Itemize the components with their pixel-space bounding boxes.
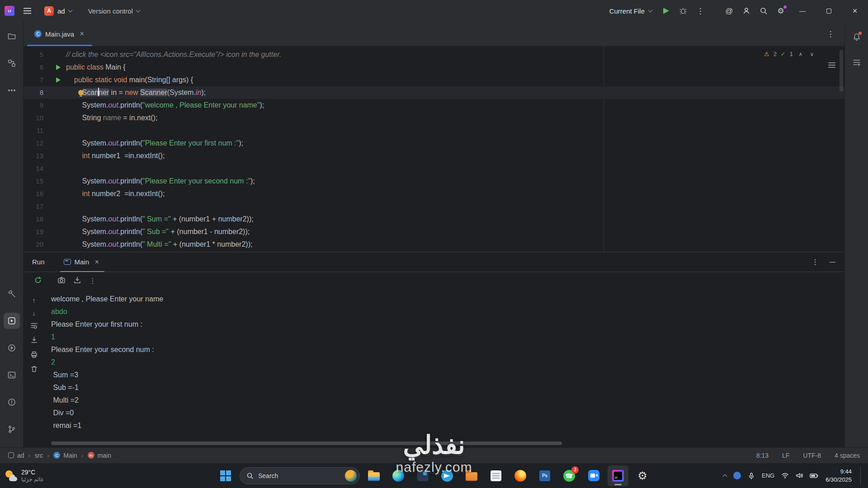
more-tool-windows-button[interactable] xyxy=(4,82,20,99)
editor-pane[interactable]: 5// click the <icon src="AllIcons.Action… xyxy=(24,46,844,252)
taskbar-app-telegram[interactable] xyxy=(437,465,458,486)
taskbar-app-settings[interactable]: ⚙ xyxy=(632,465,653,486)
code-line[interactable]: 9 System.out.println("welcome , Please E… xyxy=(24,99,844,112)
intention-bulb-icon[interactable] xyxy=(78,90,84,95)
settings-button[interactable]: ⚙ xyxy=(772,3,789,19)
soft-wrap-button[interactable] xyxy=(30,322,38,331)
run-gutter-icon[interactable] xyxy=(51,61,66,74)
import-test-results-button[interactable] xyxy=(73,276,81,286)
hide-run-panel-button[interactable]: — xyxy=(830,259,835,265)
code-line[interactable]: 12 System.out.println("Please Enter your… xyxy=(24,137,844,150)
taskbar-app-edge[interactable] xyxy=(388,465,409,486)
tray-clock[interactable]: 9:44 6/30/2025 xyxy=(826,468,852,483)
code-line[interactable]: 10 String name = in.next(); xyxy=(24,112,844,124)
project-tool-button[interactable] xyxy=(4,28,20,44)
code-line[interactable]: 18 System.out.println(" Sum =" + (number… xyxy=(24,213,844,225)
indent-style[interactable]: 4 spaces xyxy=(835,452,860,459)
battery-icon[interactable] xyxy=(810,473,819,479)
breadcrumb-item[interactable]: mmain xyxy=(88,452,111,459)
run-button[interactable] xyxy=(657,3,675,19)
run-panel-title[interactable]: Run xyxy=(32,258,45,266)
taskbar-app-intellij[interactable]: IJ xyxy=(608,465,628,486)
language-indicator[interactable]: ENG xyxy=(762,472,774,479)
breadcrumb-item[interactable]: CMain xyxy=(53,452,77,459)
vcs-widget[interactable]: Version control xyxy=(84,5,144,17)
editor-tab[interactable]: C Main.java × xyxy=(27,22,92,46)
services-tool-button[interactable] xyxy=(4,340,20,356)
ai-assistant-tool-button[interactable] xyxy=(849,54,865,70)
show-desktop-button[interactable] xyxy=(860,467,863,485)
taskbar-app-firefox[interactable] xyxy=(510,465,531,486)
terminal-tool-button[interactable] xyxy=(4,367,20,383)
weather-widget[interactable]: 29°C غائم جزئيا xyxy=(0,469,43,483)
window-minimize-button[interactable]: — xyxy=(789,0,816,22)
debug-button[interactable] xyxy=(675,3,692,19)
up-stack-trace-button[interactable]: ↑ xyxy=(32,296,36,304)
version-control-tool-button[interactable] xyxy=(4,421,20,437)
taskbar-app-dark[interactable] xyxy=(412,465,433,486)
tray-blue-circle-icon[interactable] xyxy=(733,472,741,479)
inspections-widget[interactable]: ⚠ 2 ✓ 1 ∧ ∨ xyxy=(764,51,816,57)
run-panel-options-button[interactable]: ⋮ xyxy=(811,258,819,266)
console-hscrollbar[interactable] xyxy=(24,440,844,447)
code-line[interactable]: 14 xyxy=(24,162,844,175)
breadcrumb-item[interactable]: ad xyxy=(8,452,24,459)
tab-options-button[interactable]: ⋮ xyxy=(822,26,839,42)
notifications-button[interactable] xyxy=(849,29,865,45)
microphone-icon[interactable] xyxy=(748,472,755,479)
start-button[interactable] xyxy=(215,465,236,486)
search-everywhere-button[interactable] xyxy=(755,3,772,19)
clear-all-button[interactable] xyxy=(30,365,38,375)
project-widget[interactable]: A ad xyxy=(40,4,76,18)
code-line[interactable]: 19 System.out.println(" Sub =" + (number… xyxy=(24,225,844,238)
taskbar-app-whatsapp[interactable]: ☎ 3 xyxy=(559,465,580,486)
console-more-button[interactable]: ⋮ xyxy=(89,277,96,285)
structure-tool-button[interactable] xyxy=(4,55,20,71)
editor-menu-icon[interactable] xyxy=(828,62,835,68)
window-close-button[interactable]: × xyxy=(842,0,868,22)
console-output[interactable]: welcome , Please Enter your nameabdoPlea… xyxy=(44,290,844,440)
next-problem-button[interactable]: ∨ xyxy=(808,52,816,57)
code-line[interactable]: 11 xyxy=(24,124,844,137)
code-line[interactable]: 6public class Main { xyxy=(24,61,844,74)
code-line[interactable]: 8 Scanner in = new Scanner(System.in); xyxy=(24,86,844,99)
wifi-icon[interactable] xyxy=(781,472,789,479)
window-maximize-button[interactable] xyxy=(816,0,842,22)
code-line[interactable]: 7 public static void main(String[] args)… xyxy=(24,74,844,86)
run-configuration-selector[interactable]: Current File xyxy=(604,5,657,17)
code-line[interactable]: 17 xyxy=(24,200,844,213)
thread-dump-button[interactable] xyxy=(57,276,66,286)
taskbar-app-notes[interactable] xyxy=(486,465,506,486)
code-line[interactable]: 16 int number2 =in.nextInt(); xyxy=(24,188,844,200)
mention-icon[interactable]: @ xyxy=(721,3,738,19)
taskbar-app-folder[interactable] xyxy=(461,465,482,486)
volume-icon[interactable] xyxy=(796,472,803,479)
build-tool-button[interactable] xyxy=(4,286,20,302)
scrollbar-thumb[interactable] xyxy=(51,441,562,445)
close-run-tab-icon[interactable]: × xyxy=(93,258,101,266)
more-actions-button[interactable]: ⋮ xyxy=(692,3,709,19)
taskbar-app-explorer[interactable] xyxy=(363,465,384,486)
editor-scrollbar[interactable] xyxy=(840,50,843,91)
taskbar-app-blue[interactable]: Ps xyxy=(534,465,555,486)
taskbar-app-zoom[interactable] xyxy=(583,465,604,486)
file-encoding[interactable]: UTF-8 xyxy=(803,452,821,459)
previous-problem-button[interactable]: ∧ xyxy=(797,52,804,57)
taskbar-search[interactable]: Search xyxy=(240,467,360,484)
print-button[interactable] xyxy=(30,351,38,360)
run-gutter-icon[interactable] xyxy=(51,74,66,86)
code-with-me-button[interactable] xyxy=(738,3,755,19)
line-separator[interactable]: LF xyxy=(782,452,789,459)
problems-tool-button[interactable] xyxy=(4,394,20,410)
close-tab-icon[interactable]: × xyxy=(78,30,86,38)
code-line[interactable]: 20 System.out.println(" Multi =" + (numb… xyxy=(24,238,844,251)
scroll-to-end-button[interactable] xyxy=(30,336,38,346)
code-line[interactable]: 5// click the <icon src="AllIcons.Action… xyxy=(24,48,844,61)
code-line[interactable]: 13 int number1 =in.nextInt(); xyxy=(24,150,844,162)
breadcrumb-item[interactable]: src xyxy=(35,452,43,459)
run-tab[interactable]: Main × xyxy=(58,252,107,272)
code-line[interactable]: 15 System.out.println("Please Enter your… xyxy=(24,175,844,188)
run-tool-window-button[interactable] xyxy=(4,313,20,329)
main-menu-button[interactable] xyxy=(19,4,35,18)
tray-chevron-up-icon[interactable] xyxy=(723,474,727,479)
